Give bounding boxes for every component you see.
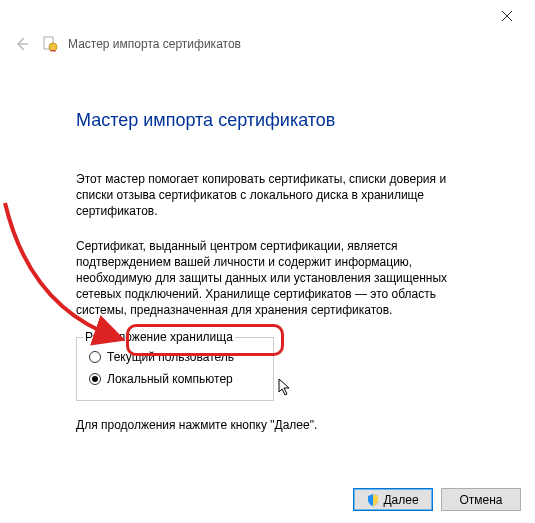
storage-location-group: Расположение хранилища Текущий пользоват… [76, 337, 274, 401]
dialog-footer: Далее Отмена [353, 488, 521, 511]
certificate-wizard-icon [42, 36, 58, 52]
shield-icon [367, 494, 379, 506]
description-paragraph: Сертификат, выданный центром сертификаци… [76, 238, 475, 319]
radio-current-user-label: Текущий пользователь [107, 350, 234, 364]
next-button[interactable]: Далее [353, 488, 433, 511]
next-button-label: Далее [383, 493, 418, 507]
window-title: Мастер импорта сертификатов [68, 37, 241, 51]
radio-local-machine[interactable]: Локальный компьютер [89, 368, 261, 390]
svg-point-4 [49, 43, 57, 51]
back-button[interactable] [12, 34, 32, 54]
page-title: Мастер импорта сертификатов [76, 110, 475, 131]
close-icon [502, 11, 512, 21]
radio-icon [89, 373, 101, 385]
close-button[interactable] [487, 4, 527, 28]
header-row: Мастер импорта сертификатов [0, 30, 535, 54]
radio-current-user[interactable]: Текущий пользователь [89, 346, 261, 368]
intro-paragraph: Этот мастер помогает копировать сертифик… [76, 171, 475, 220]
cancel-button[interactable]: Отмена [441, 488, 521, 511]
cancel-button-label: Отмена [459, 493, 502, 507]
continue-hint: Для продолжения нажмите кнопку "Далее". [76, 417, 475, 433]
radio-local-machine-label: Локальный компьютер [107, 372, 233, 386]
wizard-content: Мастер импорта сертификатов Этот мастер … [0, 54, 535, 433]
titlebar [0, 0, 535, 30]
storage-location-legend: Расположение хранилища [83, 330, 235, 344]
radio-icon [89, 351, 101, 363]
back-arrow-icon [14, 36, 30, 52]
